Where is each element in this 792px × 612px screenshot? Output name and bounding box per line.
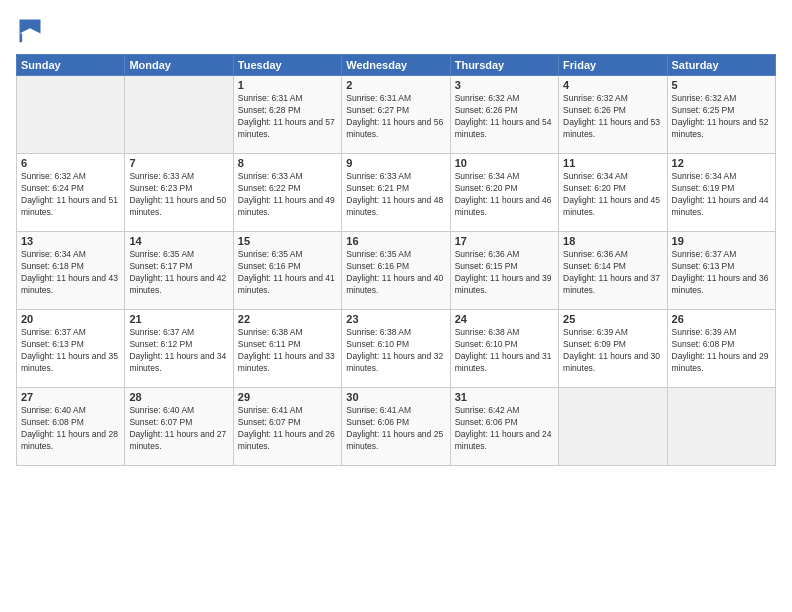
day-info: Sunrise: 6:33 AMSunset: 6:21 PMDaylight:… <box>346 171 445 219</box>
logo <box>16 16 48 44</box>
calendar-cell: 2Sunrise: 6:31 AMSunset: 6:27 PMDaylight… <box>342 76 450 154</box>
day-info: Sunrise: 6:31 AMSunset: 6:28 PMDaylight:… <box>238 93 337 141</box>
day-info: Sunrise: 6:37 AMSunset: 6:12 PMDaylight:… <box>129 327 228 375</box>
calendar-cell: 30Sunrise: 6:41 AMSunset: 6:06 PMDayligh… <box>342 388 450 466</box>
generalblue-logo-icon <box>16 16 44 44</box>
calendar-cell: 26Sunrise: 6:39 AMSunset: 6:08 PMDayligh… <box>667 310 775 388</box>
day-number: 6 <box>21 157 120 169</box>
calendar-cell: 6Sunrise: 6:32 AMSunset: 6:24 PMDaylight… <box>17 154 125 232</box>
day-number: 23 <box>346 313 445 325</box>
day-number: 25 <box>563 313 662 325</box>
day-info: Sunrise: 6:37 AMSunset: 6:13 PMDaylight:… <box>21 327 120 375</box>
day-number: 26 <box>672 313 771 325</box>
day-info: Sunrise: 6:40 AMSunset: 6:07 PMDaylight:… <box>129 405 228 453</box>
calendar-cell: 11Sunrise: 6:34 AMSunset: 6:20 PMDayligh… <box>559 154 667 232</box>
calendar-day-header: Tuesday <box>233 55 341 76</box>
day-number: 2 <box>346 79 445 91</box>
day-info: Sunrise: 6:33 AMSunset: 6:22 PMDaylight:… <box>238 171 337 219</box>
calendar-cell <box>667 388 775 466</box>
calendar-cell: 9Sunrise: 6:33 AMSunset: 6:21 PMDaylight… <box>342 154 450 232</box>
calendar-cell: 22Sunrise: 6:38 AMSunset: 6:11 PMDayligh… <box>233 310 341 388</box>
day-number: 18 <box>563 235 662 247</box>
day-number: 10 <box>455 157 554 169</box>
day-info: Sunrise: 6:32 AMSunset: 6:26 PMDaylight:… <box>563 93 662 141</box>
header <box>16 16 776 44</box>
calendar-week-row: 27Sunrise: 6:40 AMSunset: 6:08 PMDayligh… <box>17 388 776 466</box>
calendar-week-row: 20Sunrise: 6:37 AMSunset: 6:13 PMDayligh… <box>17 310 776 388</box>
day-number: 7 <box>129 157 228 169</box>
calendar-cell: 19Sunrise: 6:37 AMSunset: 6:13 PMDayligh… <box>667 232 775 310</box>
day-number: 15 <box>238 235 337 247</box>
calendar-cell: 17Sunrise: 6:36 AMSunset: 6:15 PMDayligh… <box>450 232 558 310</box>
day-number: 14 <box>129 235 228 247</box>
calendar-cell: 15Sunrise: 6:35 AMSunset: 6:16 PMDayligh… <box>233 232 341 310</box>
day-info: Sunrise: 6:39 AMSunset: 6:09 PMDaylight:… <box>563 327 662 375</box>
day-info: Sunrise: 6:38 AMSunset: 6:10 PMDaylight:… <box>346 327 445 375</box>
day-number: 4 <box>563 79 662 91</box>
page: SundayMondayTuesdayWednesdayThursdayFrid… <box>0 0 792 612</box>
day-number: 21 <box>129 313 228 325</box>
calendar-header-row: SundayMondayTuesdayWednesdayThursdayFrid… <box>17 55 776 76</box>
svg-rect-2 <box>20 34 23 43</box>
calendar-day-header: Wednesday <box>342 55 450 76</box>
calendar-cell: 20Sunrise: 6:37 AMSunset: 6:13 PMDayligh… <box>17 310 125 388</box>
calendar-cell: 10Sunrise: 6:34 AMSunset: 6:20 PMDayligh… <box>450 154 558 232</box>
day-info: Sunrise: 6:32 AMSunset: 6:26 PMDaylight:… <box>455 93 554 141</box>
day-number: 19 <box>672 235 771 247</box>
calendar-cell: 4Sunrise: 6:32 AMSunset: 6:26 PMDaylight… <box>559 76 667 154</box>
day-number: 8 <box>238 157 337 169</box>
calendar-cell: 24Sunrise: 6:38 AMSunset: 6:10 PMDayligh… <box>450 310 558 388</box>
day-number: 13 <box>21 235 120 247</box>
day-info: Sunrise: 6:40 AMSunset: 6:08 PMDaylight:… <box>21 405 120 453</box>
calendar-cell: 8Sunrise: 6:33 AMSunset: 6:22 PMDaylight… <box>233 154 341 232</box>
day-info: Sunrise: 6:39 AMSunset: 6:08 PMDaylight:… <box>672 327 771 375</box>
calendar-cell: 29Sunrise: 6:41 AMSunset: 6:07 PMDayligh… <box>233 388 341 466</box>
day-number: 9 <box>346 157 445 169</box>
day-info: Sunrise: 6:38 AMSunset: 6:10 PMDaylight:… <box>455 327 554 375</box>
calendar-day-header: Thursday <box>450 55 558 76</box>
day-info: Sunrise: 6:33 AMSunset: 6:23 PMDaylight:… <box>129 171 228 219</box>
day-number: 29 <box>238 391 337 403</box>
day-info: Sunrise: 6:42 AMSunset: 6:06 PMDaylight:… <box>455 405 554 453</box>
day-info: Sunrise: 6:31 AMSunset: 6:27 PMDaylight:… <box>346 93 445 141</box>
calendar-cell: 28Sunrise: 6:40 AMSunset: 6:07 PMDayligh… <box>125 388 233 466</box>
day-number: 31 <box>455 391 554 403</box>
calendar-day-header: Sunday <box>17 55 125 76</box>
day-info: Sunrise: 6:36 AMSunset: 6:15 PMDaylight:… <box>455 249 554 297</box>
day-number: 17 <box>455 235 554 247</box>
day-number: 3 <box>455 79 554 91</box>
calendar-cell: 1Sunrise: 6:31 AMSunset: 6:28 PMDaylight… <box>233 76 341 154</box>
day-number: 27 <box>21 391 120 403</box>
calendar-cell: 14Sunrise: 6:35 AMSunset: 6:17 PMDayligh… <box>125 232 233 310</box>
day-info: Sunrise: 6:35 AMSunset: 6:16 PMDaylight:… <box>238 249 337 297</box>
day-info: Sunrise: 6:35 AMSunset: 6:17 PMDaylight:… <box>129 249 228 297</box>
calendar-cell: 12Sunrise: 6:34 AMSunset: 6:19 PMDayligh… <box>667 154 775 232</box>
calendar-cell: 23Sunrise: 6:38 AMSunset: 6:10 PMDayligh… <box>342 310 450 388</box>
day-number: 11 <box>563 157 662 169</box>
calendar-cell: 31Sunrise: 6:42 AMSunset: 6:06 PMDayligh… <box>450 388 558 466</box>
calendar-cell: 5Sunrise: 6:32 AMSunset: 6:25 PMDaylight… <box>667 76 775 154</box>
day-number: 12 <box>672 157 771 169</box>
day-number: 16 <box>346 235 445 247</box>
day-number: 1 <box>238 79 337 91</box>
day-info: Sunrise: 6:38 AMSunset: 6:11 PMDaylight:… <box>238 327 337 375</box>
calendar-table: SundayMondayTuesdayWednesdayThursdayFrid… <box>16 54 776 466</box>
day-info: Sunrise: 6:34 AMSunset: 6:20 PMDaylight:… <box>563 171 662 219</box>
day-number: 5 <box>672 79 771 91</box>
day-info: Sunrise: 6:34 AMSunset: 6:20 PMDaylight:… <box>455 171 554 219</box>
day-number: 20 <box>21 313 120 325</box>
day-info: Sunrise: 6:37 AMSunset: 6:13 PMDaylight:… <box>672 249 771 297</box>
day-info: Sunrise: 6:35 AMSunset: 6:16 PMDaylight:… <box>346 249 445 297</box>
day-number: 22 <box>238 313 337 325</box>
calendar-cell <box>17 76 125 154</box>
calendar-cell: 27Sunrise: 6:40 AMSunset: 6:08 PMDayligh… <box>17 388 125 466</box>
day-info: Sunrise: 6:34 AMSunset: 6:19 PMDaylight:… <box>672 171 771 219</box>
day-info: Sunrise: 6:34 AMSunset: 6:18 PMDaylight:… <box>21 249 120 297</box>
calendar-day-header: Friday <box>559 55 667 76</box>
day-number: 28 <box>129 391 228 403</box>
day-number: 24 <box>455 313 554 325</box>
day-info: Sunrise: 6:32 AMSunset: 6:24 PMDaylight:… <box>21 171 120 219</box>
day-info: Sunrise: 6:41 AMSunset: 6:07 PMDaylight:… <box>238 405 337 453</box>
day-info: Sunrise: 6:32 AMSunset: 6:25 PMDaylight:… <box>672 93 771 141</box>
day-number: 30 <box>346 391 445 403</box>
